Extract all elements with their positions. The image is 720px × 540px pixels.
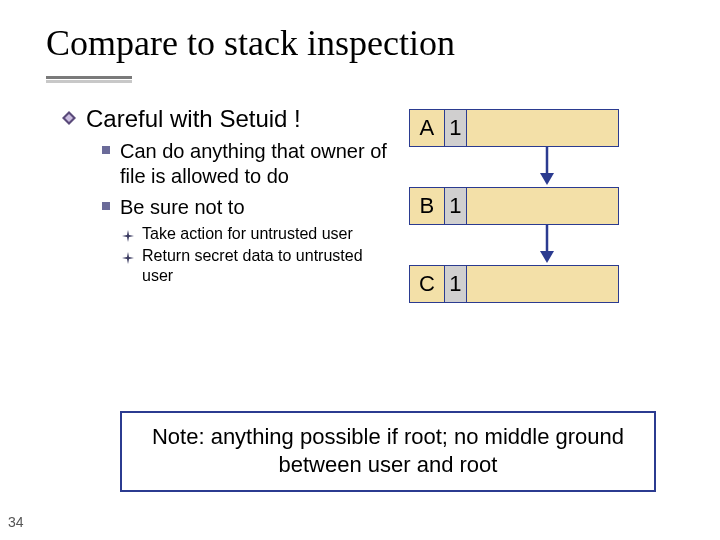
subsub-a: Take action for untrusted user — [142, 224, 353, 244]
right-column: A 1 B 1 C 1 — [391, 105, 690, 343]
svg-marker-7 — [540, 251, 554, 263]
stack-value: 1 — [445, 265, 467, 303]
stack-value: 1 — [445, 109, 467, 147]
left-column: Careful with Setuid ! Can do anything th… — [62, 105, 391, 343]
star-icon — [122, 250, 134, 262]
stack-row: A 1 — [391, 109, 690, 149]
arrow-down-icon — [537, 223, 557, 265]
bullet-lvl3: Take action for untrusted user — [122, 224, 391, 244]
stack-row: C 1 — [391, 265, 690, 305]
slide-body: Careful with Setuid ! Can do anything th… — [0, 79, 720, 343]
bullet-lvl1: Careful with Setuid ! — [62, 105, 391, 133]
stack-row: B 1 — [391, 187, 690, 227]
slide-title: Compare to stack inspection — [0, 0, 720, 70]
svg-marker-5 — [540, 173, 554, 185]
note-box: Note: anything possible if root; no midd… — [120, 411, 656, 492]
square-icon — [102, 146, 110, 154]
slide: Compare to stack inspection Careful with… — [0, 0, 720, 540]
bullet-lvl3: Return secret data to untrusted user — [122, 246, 391, 286]
heading-text: Careful with Setuid ! — [86, 105, 301, 133]
square-icon — [102, 202, 110, 210]
page-number: 34 — [8, 514, 24, 530]
bullet-lvl2: Be sure not to — [102, 195, 391, 220]
stack-label: C — [409, 265, 445, 303]
stack-label: A — [409, 109, 445, 147]
arrow-down-icon — [537, 145, 557, 187]
subsub-b: Return secret data to untrusted user — [142, 246, 391, 286]
star-icon — [122, 228, 134, 240]
sub-b: Be sure not to — [120, 195, 245, 220]
stack-label: B — [409, 187, 445, 225]
bullet-lvl2: Can do anything that owner of file is al… — [102, 139, 391, 189]
stack-value: 1 — [445, 187, 467, 225]
svg-marker-2 — [122, 230, 134, 242]
diamond-icon — [62, 111, 76, 125]
svg-marker-3 — [122, 252, 134, 264]
sub-a: Can do anything that owner of file is al… — [120, 139, 391, 189]
